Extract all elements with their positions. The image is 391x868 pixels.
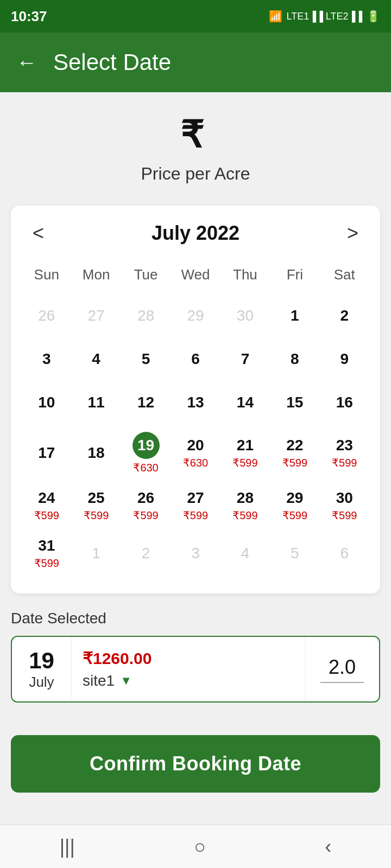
calendar-date: 22 — [286, 437, 303, 454]
calendar-date-cell[interactable]: 24₹599 — [22, 482, 71, 529]
calendar-date-cell[interactable]: 17 — [22, 424, 71, 482]
calendar-date-cell[interactable]: 10 — [22, 381, 71, 424]
calendar-date-cell: 29 — [171, 294, 220, 337]
quantity-value[interactable]: 2.0 — [329, 656, 356, 679]
rupee-icon: ₹ — [178, 114, 213, 158]
calendar-date: 6 — [191, 350, 200, 368]
calendar-date-cell[interactable]: 22₹599 — [270, 424, 319, 482]
calendar-date-price: ₹630 — [133, 461, 158, 474]
day-header: Fri — [270, 261, 319, 294]
day-header: Sun — [22, 261, 71, 294]
calendar-date-cell[interactable]: 26₹599 — [121, 482, 171, 529]
calendar-date-cell[interactable]: 15 — [270, 381, 319, 424]
calendar-date: 5 — [142, 350, 150, 368]
site-dropdown[interactable]: site1 ▼ — [83, 672, 294, 690]
svg-text:₹: ₹ — [180, 114, 204, 153]
calendar-date-cell[interactable]: 29₹599 — [270, 482, 319, 529]
calendar-date-cell[interactable]: 28₹599 — [220, 482, 270, 529]
confirm-booking-button[interactable]: Confirm Booking Date — [11, 735, 380, 793]
calendar-date: 12 — [137, 394, 154, 411]
calendar-date-cell[interactable]: 21₹599 — [220, 424, 270, 482]
calendar-date: 13 — [187, 394, 204, 411]
calendar-date: 26 — [38, 307, 55, 324]
quantity-section: 2.0 — [305, 637, 379, 701]
calendar-date-cell[interactable]: 23₹599 — [320, 424, 369, 482]
calendar-date: 8 — [291, 350, 299, 368]
recent-apps-button[interactable]: ||| — [60, 835, 75, 858]
back-nav-button[interactable]: ‹ — [325, 835, 331, 858]
calendar-date: 10 — [38, 394, 55, 411]
calendar-date: 17 — [38, 444, 55, 462]
calendar-date-price: ₹599 — [282, 456, 307, 469]
calendar-date-cell: 27 — [71, 294, 121, 337]
page-title: Select Date — [53, 49, 171, 75]
calendar-date-cell[interactable]: 1 — [270, 294, 319, 337]
calendar-date: 9 — [340, 350, 349, 368]
calendar-date: 1 — [291, 307, 299, 324]
calendar-date-cell[interactable]: 25₹599 — [71, 482, 121, 529]
prev-month-button[interactable]: < — [22, 222, 55, 245]
calendar-date-cell[interactable]: 2 — [320, 294, 369, 337]
status-time: 10:37 — [11, 8, 47, 25]
signal-icon: LTE1▐▐ LTE2▐▐ — [287, 11, 362, 22]
calendar-date-cell[interactable]: 14 — [220, 381, 270, 424]
calendar-date-cell[interactable]: 27₹599 — [171, 482, 220, 529]
calendar-date: 30 — [336, 489, 353, 507]
calendar-date-cell[interactable]: 30₹599 — [320, 482, 369, 529]
calendar-card: < July 2022 > SunMonTueWedThuFriSat26272… — [11, 206, 380, 593]
calendar-date-cell[interactable]: 13 — [171, 381, 220, 424]
dropdown-arrow-icon[interactable]: ▼ — [120, 674, 132, 688]
calendar-date: 27 — [187, 489, 204, 507]
calendar-date-price: ₹599 — [282, 509, 307, 522]
calendar-date-cell[interactable]: 19₹630 — [121, 424, 171, 482]
calendar-date-cell[interactable]: 16 — [320, 381, 369, 424]
date-booking-card: 19 July ₹1260.00 site1 ▼ 2.0 — [11, 636, 380, 703]
calendar-date-cell: 2 — [121, 529, 171, 577]
calendar-date-cell: 26 — [22, 294, 71, 337]
calendar-date-price: ₹599 — [34, 509, 59, 522]
calendar-date-cell: 4 — [220, 529, 270, 577]
calendar-date-cell: 5 — [270, 529, 319, 577]
calendar-date-price: ₹599 — [332, 509, 357, 522]
calendar-date-cell[interactable]: 3 — [22, 337, 71, 381]
calendar-date: 29 — [286, 489, 303, 507]
calendar-date-cell[interactable]: 12 — [121, 381, 171, 424]
calendar-date-cell[interactable]: 18 — [71, 424, 121, 482]
calendar-date-cell[interactable]: 11 — [71, 381, 121, 424]
calendar-date: 1 — [92, 545, 100, 562]
calendar-grid: SunMonTueWedThuFriSat2627282930123456789… — [22, 261, 369, 577]
calendar-date-cell[interactable]: 9 — [320, 337, 369, 381]
date-selected-label: Date Selected — [11, 610, 380, 627]
confirm-section: Confirm Booking Date — [0, 713, 391, 803]
battery-icon: 🔋 — [367, 10, 380, 23]
calendar-date: 11 — [88, 394, 105, 411]
calendar-date: 4 — [241, 545, 250, 562]
calendar-date: 7 — [241, 350, 250, 368]
calendar-date-cell[interactable]: 5 — [121, 337, 171, 381]
home-button[interactable]: ○ — [194, 835, 206, 858]
calendar-date-cell: 28 — [121, 294, 171, 337]
calendar-date-price: ₹599 — [34, 557, 59, 570]
status-icons: 📶 LTE1▐▐ LTE2▐▐ 🔋 — [269, 10, 380, 23]
booking-price: ₹1260.00 — [83, 649, 294, 668]
calendar-date-cell[interactable]: 31₹599 — [22, 529, 71, 577]
calendar-date-cell[interactable]: 8 — [270, 337, 319, 381]
calendar-date-cell[interactable]: 4 — [71, 337, 121, 381]
price-per-acre-label: Price per Acre — [141, 164, 250, 184]
next-month-button[interactable]: > — [336, 222, 369, 245]
calendar-date-cell[interactable]: 7 — [220, 337, 270, 381]
calendar-date-cell[interactable]: 20₹630 — [171, 424, 220, 482]
calendar-date-price: ₹630 — [183, 456, 208, 469]
calendar-date: 21 — [237, 437, 254, 454]
calendar-date: 6 — [340, 545, 349, 562]
calendar-date-cell: 30 — [220, 294, 270, 337]
bottom-nav: ||| ○ ‹ — [0, 825, 391, 868]
calendar-date: 2 — [340, 307, 349, 324]
calendar-date: 3 — [42, 350, 51, 368]
calendar-date-cell[interactable]: 6 — [171, 337, 220, 381]
price-section: ₹ Price per Acre — [0, 92, 391, 200]
wifi-icon: 📶 — [269, 10, 282, 23]
day-header: Wed — [171, 261, 220, 294]
calendar-date: 15 — [286, 394, 303, 411]
back-button[interactable]: ← — [16, 51, 37, 74]
